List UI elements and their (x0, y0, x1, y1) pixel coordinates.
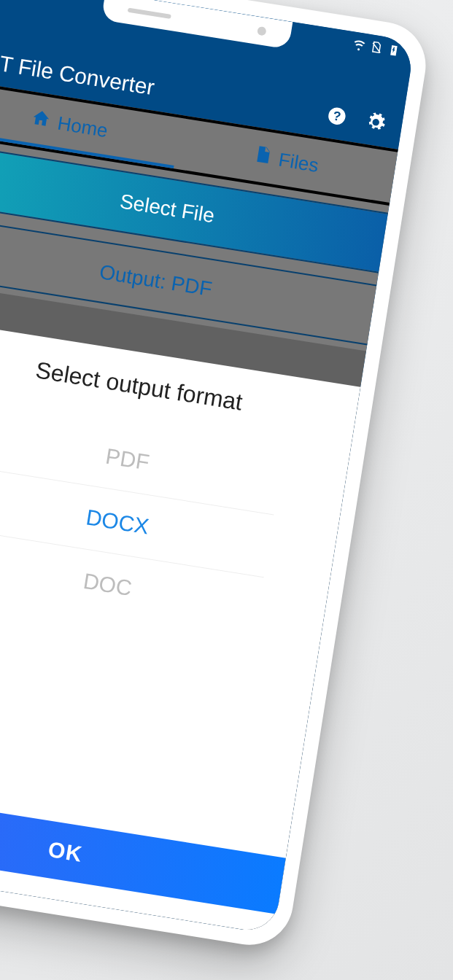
button-label: OK (47, 837, 85, 867)
home-icon (30, 107, 53, 134)
phone-body: PT File Converter ? (0, 0, 432, 951)
file-icon (251, 144, 274, 171)
app-store-screenshot: PT File Converter ? (0, 0, 453, 980)
button-label: Output: PDF (98, 260, 214, 301)
button-label: Select File (118, 190, 216, 228)
app-bar-actions: ? (325, 104, 387, 136)
tab-label: Home (56, 112, 109, 141)
output-format-dialog: Select output format PDF DOCX DOC OK (0, 319, 360, 935)
no-sim-icon (368, 40, 384, 58)
help-icon[interactable]: ? (325, 104, 349, 131)
wifi-icon (352, 38, 367, 56)
battery-charging-icon (386, 43, 401, 61)
screen: PT File Converter ? (0, 0, 415, 934)
phone-mockup: PT File Converter ? (0, 0, 432, 951)
tab-label: Files (277, 148, 320, 176)
ok-button[interactable]: OK (0, 790, 286, 914)
settings-icon[interactable] (364, 111, 388, 137)
